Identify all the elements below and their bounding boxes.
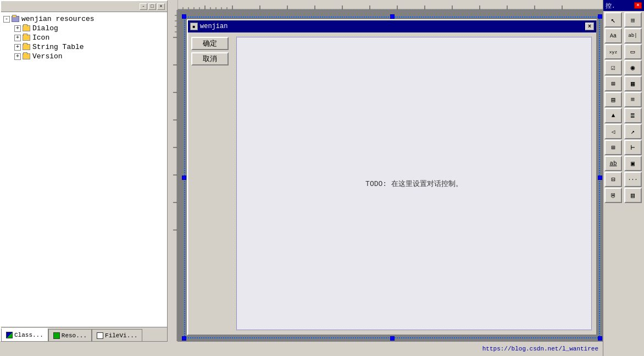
cancel-button[interactable]: 取消 [191,52,229,65]
restore-button[interactable]: □ [148,3,156,10]
resource-tree: - wenjian resources + Dialog [1,12,167,341]
handle-bottom-left[interactable] [182,336,186,341]
tab-class[interactable]: Class... [1,328,48,341]
dialog-close-button[interactable]: × [585,23,594,30]
tool-combobox[interactable]: ▦ [624,76,642,91]
tool-slider[interactable]: ◁ [604,124,622,139]
tree-item-version[interactable]: + Version [14,52,165,61]
reso-tab-label: Reso... [62,332,87,339]
root-folder-icon [11,15,20,23]
tool-groupbox[interactable]: xyz [604,44,622,59]
tree-expand-root[interactable]: - [3,16,10,23]
class-tab-label: Class... [14,332,43,338]
toolbox-title: 控. [606,2,615,10]
handle-top-center[interactable] [390,14,395,19]
handle-middle-left[interactable] [182,176,186,180]
rectangle-icon: ▭ [631,47,635,56]
tree-expand-stringtable[interactable]: + [14,44,21,51]
file-tab-icon [97,332,103,339]
tree-icon: ⊞ [611,144,615,152]
tab-filevi[interactable]: FileVi... [92,329,142,341]
handle-bottom-center[interactable] [390,336,395,341]
handle-middle-right[interactable] [598,176,602,180]
status-bar: https://blog.csdn.net/l_wantiree [177,341,603,356]
editor-canvas: ■ wenjian × 确定 取消 T [177,10,603,341]
folder-icon-version [22,53,31,61]
tool-tab[interactable]: ⊢ [624,140,642,155]
richedit-icon: ab [609,160,617,167]
tool-hotkey[interactable]: ↗ [624,124,642,139]
ipaddress-icon: ⛨ [610,192,617,199]
tool-richedit[interactable]: ab [604,156,622,171]
tree-item-icon[interactable]: + Icon [14,33,165,42]
tool-hscroll[interactable]: ▤ [604,92,622,107]
tool-spin[interactable]: ▲ [604,108,622,123]
bottom-tabs: Class... Reso... FileVi... [1,327,167,341]
left-panel: - □ × - wenjian resources + [0,0,168,342]
picture-icon: ▣ [631,160,635,168]
dialog-content: 确定 取消 TODO: 在这里设置对话控制。 [188,32,596,335]
filevi-tab-label: FileVi... [105,332,137,339]
left-panel-controls: - □ × [140,3,165,10]
tool-datetimepicker[interactable]: ··· [624,172,642,187]
ok-button[interactable]: 确定 [191,37,229,50]
tool-monthcal[interactable]: ⊟ [604,172,622,187]
tool-image[interactable]: ▦ [624,12,642,28]
dialog-title-text: wenjian [200,23,227,30]
tool-listbox[interactable]: ⊞ [604,76,622,91]
tree-item-dialog[interactable]: + Dialog [14,24,165,33]
tool-cursor[interactable]: ↖ [604,12,622,28]
folder-icon-stringtable [22,43,31,51]
dialog-title-left: ■ wenjian [190,23,227,30]
tool-checkbox[interactable]: ☑ [604,60,622,75]
tree-expand-dialog[interactable]: + [14,25,21,32]
tool-rectangle[interactable]: ▭ [624,44,642,59]
tree-label-stringtable: String Table [32,43,84,51]
tool-ipaddress[interactable]: ⛨ [604,188,622,203]
left-panel-titlebar: - □ × [1,1,167,12]
monthcal-icon: ⊟ [611,176,615,184]
tree-label-icon: Icon [32,34,49,42]
tree-expand-icon[interactable]: + [14,35,21,41]
dialog-selection-wrapper: ■ wenjian × 确定 取消 T [184,17,600,338]
static-text-icon: Aa [610,33,617,39]
tool-animation[interactable]: ▤ [624,188,642,203]
handle-top-left[interactable] [182,14,186,19]
tool-tree[interactable]: ⊞ [604,140,622,155]
ruler-top: // Inline SVG ruler ticks - we'll just d… [177,0,603,10]
handle-bottom-right[interactable] [598,336,602,341]
combobox-icon: ▦ [631,80,635,88]
image-icon: ▦ [631,17,635,24]
folder-icon-dialog [22,25,31,32]
dialog-inner-border: TODO: 在这里设置对话控制。 [236,37,592,330]
dialog-main-area: TODO: 在这里设置对话控制。 [232,32,596,335]
hscroll-icon: ▤ [611,96,615,104]
tool-edit[interactable]: ab| [624,28,642,43]
right-panel: 控. × ↖ ▦ Aa ab| xyz ▭ ☑ ◉ [603,0,644,356]
listbox-icon: ⊞ [611,80,615,88]
watermark-text: https://blog.csdn.net/l_wantiree [482,346,598,352]
tab-icon: ⊢ [631,143,635,152]
checkbox-icon: ☑ [611,63,615,72]
tool-radio[interactable]: ◉ [624,60,642,75]
toolbox-close-button[interactable]: × [634,2,642,9]
dialog-titlebar: ■ wenjian × [188,20,596,32]
close-button-left[interactable]: × [157,3,165,10]
tree-root-item[interactable]: - wenjian resources [3,14,165,24]
tab-reso[interactable]: Reso... [48,329,92,341]
tree-expand-version[interactable]: + [14,53,21,60]
tool-vscroll[interactable]: ≡ [624,92,642,107]
dialog-window: ■ wenjian × 确定 取消 T [187,19,597,336]
tree-item-stringtable[interactable]: + String Table [14,42,165,52]
tree-label-dialog: Dialog [32,24,58,32]
tool-picture[interactable]: ▣ [624,156,642,171]
dialog-buttons-panel: 确定 取消 [188,32,232,335]
center-area: // Inline SVG ruler ticks - we'll just d… [168,0,603,356]
handle-top-right[interactable] [598,14,602,19]
toolbox-titlebar: 控. × [603,0,644,11]
tool-progress[interactable]: ≣ [624,108,642,123]
tools-grid: ↖ ▦ Aa ab| xyz ▭ ☑ ◉ ⊞ ▦ [603,11,644,204]
minimize-button[interactable]: - [140,3,147,10]
tool-static-text[interactable]: Aa [604,28,622,43]
datetimepicker-icon: ··· [628,177,637,183]
